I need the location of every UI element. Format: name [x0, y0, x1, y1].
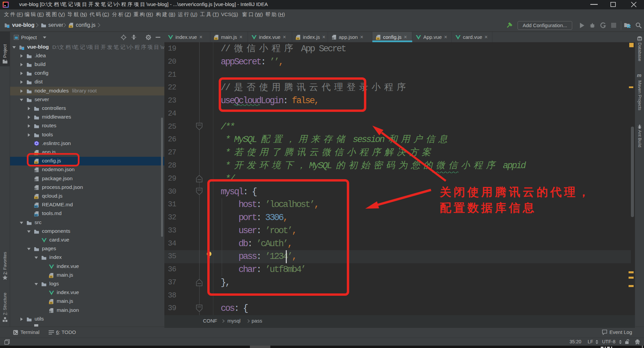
svg-text:JS: JS — [296, 38, 299, 40]
svg-text:}: } — [37, 187, 38, 190]
svg-text:JS: JS — [49, 302, 52, 304]
svg-text:}: } — [334, 37, 336, 40]
svg-text:}: } — [51, 310, 53, 313]
svg-text:JS: JS — [214, 38, 217, 40]
svg-text:JS: JS — [69, 25, 72, 28]
svg-text:}: } — [37, 170, 38, 173]
svg-text:}: } — [37, 179, 38, 182]
svg-text:MD: MD — [35, 214, 38, 216]
svg-text:JS: JS — [376, 38, 379, 40]
svg-text:JS: JS — [49, 276, 52, 278]
svg-text:JS: JS — [35, 197, 38, 199]
svg-text:MD: MD — [35, 205, 38, 208]
